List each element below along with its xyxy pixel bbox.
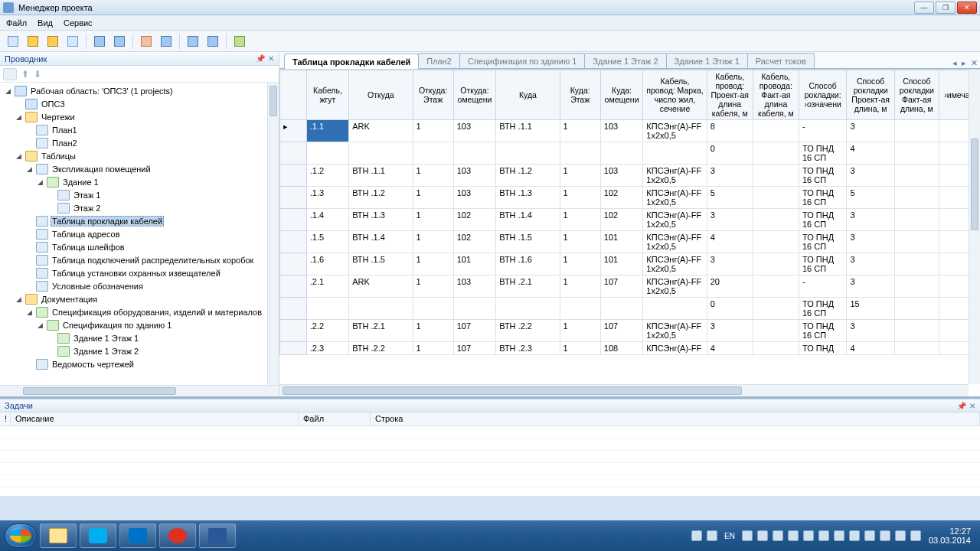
table-row[interactable]: .2.2ВТН .2.11107ВТН .2.21107КПСЭнг(А)-FF… — [280, 320, 980, 342]
cell[interactable]: 107 — [453, 342, 496, 355]
tree-drawings[interactable]: Чертежи — [40, 112, 77, 122]
col-cable-proj-len[interactable]: Кабель, провод: Проект-ая длина кабеля, … — [707, 70, 753, 120]
cell[interactable]: ВТН .1.1 — [349, 165, 413, 187]
cell[interactable] — [753, 187, 799, 209]
cell[interactable]: КПСЭнг(А)-FF 1x2x0,5 — [643, 320, 707, 342]
table-row[interactable]: ▸.1.1ARK1103ВТН .1.11103КПСЭнг(А)-FF 1x2… — [280, 120, 980, 142]
table-row[interactable]: .1.4ВТН .1.31102ВТН .1.41102КПСЭнг(А)-FF… — [280, 209, 980, 231]
cell[interactable]: 1 — [560, 320, 600, 342]
cell[interactable]: 3 — [707, 165, 753, 187]
cell[interactable]: 107 — [600, 276, 643, 298]
tab-spec-building[interactable]: Спецификация по зданию 1 — [459, 53, 585, 68]
table-row[interactable]: .2.3ВТН .2.21107ВТН .2.31108КПСЭнг(А)-FF… — [280, 342, 980, 355]
cell[interactable]: 103 — [453, 165, 496, 187]
cell[interactable] — [496, 298, 560, 320]
col-to-floor[interactable]: Куда: Этаж — [560, 70, 600, 120]
cell[interactable]: ТО ПНД 16 СП — [799, 320, 846, 342]
col-cable-mark[interactable]: Кабель, провод: Марка, число жил, сечени… — [643, 70, 707, 120]
cell[interactable]: ВТН .2.2 — [349, 342, 413, 355]
taskbar-clock[interactable]: 12:27 03.03.2014 — [921, 527, 975, 545]
tray-icon[interactable] — [880, 530, 890, 541]
cell[interactable] — [894, 342, 939, 355]
cell[interactable]: 108 — [600, 342, 643, 355]
cell[interactable] — [643, 298, 707, 320]
cell[interactable]: 1 — [413, 320, 453, 342]
cell[interactable] — [894, 187, 939, 209]
table-row[interactable]: .1.3ВТН .1.21103ВТН .1.31102КПСЭнг(А)-FF… — [280, 187, 980, 209]
toolbar-button-6[interactable] — [111, 33, 128, 50]
cell[interactable]: .1.2 — [306, 165, 349, 187]
tray-icon[interactable] — [834, 530, 844, 541]
tray-icon[interactable] — [707, 530, 717, 541]
cell[interactable]: ВТН .1.2 — [496, 165, 560, 187]
cell[interactable]: 1 — [560, 276, 600, 298]
cell[interactable]: 103 — [600, 120, 643, 142]
cell[interactable]: КПСЭнг(А)-FF 1x2x0,5 — [643, 120, 707, 142]
tasks-col-file[interactable]: Файл — [299, 412, 371, 425]
tray-icon[interactable] — [691, 530, 702, 541]
cell[interactable]: 1 — [560, 120, 600, 142]
tree-spec-main[interactable]: Спецификация оборудования, изделий и мат… — [51, 308, 263, 317]
cell[interactable]: 107 — [453, 320, 496, 342]
cell[interactable]: 101 — [453, 253, 496, 276]
tab-prev-icon[interactable]: ◂ — [950, 58, 959, 68]
tray-icon[interactable] — [849, 530, 860, 541]
cell[interactable]: - — [799, 276, 846, 298]
tray-icon[interactable] — [803, 530, 814, 541]
cell[interactable]: 3 — [847, 209, 894, 231]
cell[interactable] — [306, 142, 349, 165]
tree-explication[interactable]: Экспликация помещений — [51, 165, 152, 174]
tray-icon[interactable] — [818, 530, 829, 541]
cell[interactable]: 3 — [847, 120, 894, 142]
cell[interactable] — [753, 276, 799, 298]
cell[interactable]: ВТН .1.2 — [349, 187, 413, 209]
cell[interactable]: 1 — [560, 342, 600, 355]
grid-vscroll[interactable] — [969, 70, 980, 384]
tray-language[interactable]: EN — [722, 532, 737, 540]
tab-next-icon[interactable]: ▸ — [959, 58, 969, 68]
cell[interactable]: КПСЭнг(А)-FF 1x2x0,5 — [643, 253, 707, 276]
tasks-col-desc[interactable]: Описание — [11, 412, 299, 425]
cell[interactable]: ВТН .1.4 — [496, 209, 560, 231]
cell[interactable] — [894, 276, 939, 298]
tree-loops-table[interactable]: Таблица шлейфов — [51, 243, 126, 252]
cell[interactable]: 1 — [560, 165, 600, 187]
cell[interactable]: 1 — [560, 253, 600, 276]
cell[interactable]: 102 — [600, 209, 643, 231]
cell[interactable]: ВТН .2.3 — [496, 342, 560, 355]
cell[interactable]: .1.6 — [306, 253, 349, 276]
cell[interactable]: 1 — [413, 342, 453, 355]
cell[interactable] — [753, 320, 799, 342]
grid-hscroll[interactable] — [279, 384, 969, 396]
menu-file[interactable]: Файл — [6, 18, 27, 28]
tree-junction-table[interactable]: Таблица подключений распределительных ко… — [51, 256, 255, 265]
row-header[interactable]: ▸ — [280, 120, 307, 142]
tree-floor2[interactable]: Этаж 2 — [72, 204, 102, 213]
cell[interactable]: .2.3 — [306, 342, 349, 355]
start-button[interactable] — [5, 523, 37, 548]
toolbar-button-2[interactable] — [24, 33, 41, 50]
toolbar-button-1[interactable] — [5, 33, 21, 50]
menu-view[interactable]: Вид — [38, 18, 53, 28]
cell[interactable]: .1.1 — [306, 120, 349, 142]
tray-icon[interactable] — [773, 530, 783, 541]
cell[interactable] — [894, 209, 939, 231]
cell[interactable]: 1 — [413, 165, 453, 187]
cell[interactable]: ВТН .1.3 — [496, 187, 560, 209]
cell[interactable] — [753, 342, 799, 355]
cell[interactable]: ТО ПНД 16 СП — [799, 142, 846, 165]
col-method-proj-len[interactable]: Способ рокладки Проект-ая длина, м — [847, 70, 894, 120]
cell[interactable]: ВТН .2.1 — [349, 320, 413, 342]
cell[interactable]: ТО ПНД 16 СП — [799, 165, 846, 187]
tree-detectors-table[interactable]: Таблица установки охранных извещателей — [51, 269, 222, 278]
col-from-floor[interactable]: Откуда: Этаж — [413, 70, 453, 120]
tray-icon[interactable] — [895, 530, 906, 541]
cell[interactable]: 101 — [600, 231, 643, 253]
cell[interactable]: 0 — [707, 298, 753, 320]
tasks-pin-icon[interactable]: 📌 — [957, 402, 966, 410]
taskbar-explorer[interactable] — [40, 523, 77, 548]
cell[interactable]: 8 — [707, 120, 753, 142]
cell[interactable]: .1.5 — [306, 231, 349, 253]
cell[interactable] — [600, 298, 643, 320]
cell[interactable] — [894, 231, 939, 253]
